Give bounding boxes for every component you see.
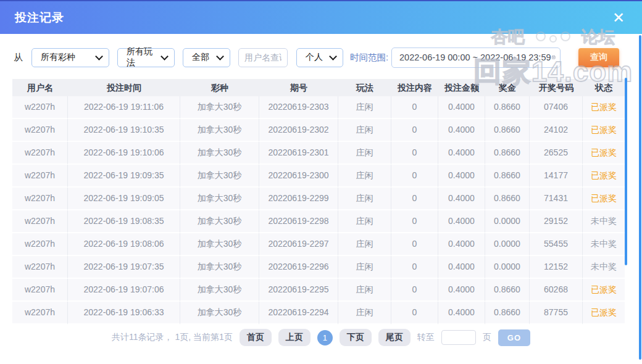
page-title: 投注记录 — [15, 10, 64, 26]
table-row: w2207h2022-06-19 19:06:33加拿大30秒20220619-… — [12, 302, 625, 325]
table-cell-lottery: 加拿大30秒 — [180, 233, 259, 256]
prev-page-button[interactable]: 上页 — [278, 329, 311, 346]
table-cell-prize: 0.8660 — [485, 96, 530, 119]
table-cell-play: 庄闲 — [338, 210, 391, 233]
table-cell-content: 0 — [391, 256, 438, 279]
table-cell-prize: 0.0000 — [485, 233, 530, 256]
filter-bar: 从 所有彩种 所有玩法 全部 个人 时间范围: 2022-06-19 00:00… — [14, 48, 619, 67]
chevron-down-icon — [329, 52, 337, 60]
table-cell-amount: 0.4000 — [438, 142, 485, 165]
table-cell-status: 已派奖 — [583, 96, 625, 119]
table-cell-status: 未中奖 — [583, 210, 625, 233]
close-icon[interactable]: ✕ — [612, 10, 625, 25]
table-cell-user: w2207h — [12, 233, 68, 256]
goto-label: 转至 — [417, 332, 435, 343]
table-cell-numbers: 55455 — [530, 233, 583, 256]
table-cell-issue: 20220619-2301 — [259, 142, 338, 165]
username-search-input[interactable] — [238, 48, 288, 67]
table-cell-prize: 0.0000 — [485, 210, 530, 233]
table-cell-status: 已派奖 — [583, 188, 625, 210]
table-cell-user: w2207h — [12, 119, 68, 142]
table-cell-lottery: 加拿大30秒 — [180, 256, 259, 279]
last-page-button[interactable]: 尾页 — [378, 329, 411, 346]
table-row: w2207h2022-06-19 19:08:06加拿大30秒20220619-… — [12, 233, 625, 256]
scope-select[interactable]: 个人 — [296, 48, 343, 67]
time-range-label: 时间范围: — [350, 52, 388, 64]
status-filter-select[interactable]: 全部 — [183, 48, 230, 67]
time-range-input[interactable]: 2022-06-19 00:00 ~ 2022-06-19 23:59 — [391, 48, 561, 68]
table-cell-amount: 0.4000 — [438, 256, 485, 279]
table-cell-time: 2022-06-19 19:10:35 — [68, 119, 180, 142]
table-cell-numbers: 12152 — [530, 256, 583, 279]
table-cell-time: 2022-06-19 19:07:35 — [68, 256, 180, 279]
chevron-down-icon — [95, 52, 103, 60]
table-cell-amount: 0.4000 — [438, 233, 485, 256]
table-cell-time: 2022-06-19 19:08:35 — [68, 210, 180, 233]
table-cell-numbers: 14177 — [530, 165, 583, 188]
table-header-cell: 投注时间 — [68, 79, 180, 96]
next-page-button[interactable]: 下页 — [340, 329, 372, 346]
table-cell-play: 庄闲 — [338, 165, 391, 188]
table-scrollbar-thumb[interactable] — [625, 78, 627, 265]
table-header-cell: 状态 — [583, 79, 625, 96]
table-cell-play: 庄闲 — [338, 142, 391, 165]
table-row: w2207h2022-06-19 19:08:35加拿大30秒20220619-… — [12, 210, 625, 233]
goto-page-input[interactable] — [441, 330, 476, 345]
betting-records-modal: 投注记录 ✕ 从 所有彩种 所有玩法 全部 个人 时间范围: 2022-06-1… — [0, 0, 642, 364]
table-cell-status: 已派奖 — [583, 142, 625, 165]
table-cell-user: w2207h — [12, 96, 68, 119]
table-row: w2207h2022-06-19 19:07:35加拿大30秒20220619-… — [12, 256, 625, 279]
table-body: w2207h2022-06-19 19:11:06加拿大30秒20220619-… — [12, 96, 625, 325]
table-cell-numbers: 26525 — [530, 142, 583, 165]
table-row: w2207h2022-06-19 19:09:35加拿大30秒20220619-… — [12, 165, 625, 188]
table-cell-content: 0 — [391, 142, 438, 165]
table-cell-numbers: 71431 — [530, 188, 583, 210]
calendar-icon[interactable] — [551, 51, 556, 64]
table-cell-numbers: 07406 — [530, 96, 583, 119]
table-header-cell: 用户名 — [12, 79, 68, 96]
table-row: w2207h2022-06-19 19:07:06加拿大30秒20220619-… — [12, 279, 625, 302]
table-cell-issue: 20220619-2294 — [259, 302, 338, 325]
table-cell-status: 已派奖 — [583, 279, 625, 302]
table-cell-numbers: 29152 — [530, 210, 583, 233]
status-filter-value: 全部 — [192, 52, 209, 63]
table-cell-play: 庄闲 — [338, 302, 391, 325]
table-cell-user: w2207h — [12, 302, 68, 325]
table-cell-time: 2022-06-19 19:07:06 — [68, 279, 180, 302]
table-cell-play: 庄闲 — [338, 96, 391, 119]
table-cell-content: 0 — [391, 96, 438, 119]
query-button[interactable]: 查询 — [578, 48, 619, 67]
table-header-cell: 开奖号码 — [530, 79, 583, 96]
table-cell-user: w2207h — [12, 210, 68, 233]
go-button[interactable]: GO — [498, 329, 530, 346]
modal-header: 投注记录 ✕ — [0, 0, 642, 34]
record-count-summary: 共计11条记录， 1页, 当前第1页 — [112, 332, 233, 343]
table-cell-prize: 0.0000 — [485, 256, 530, 279]
from-label: 从 — [14, 52, 23, 64]
table-row: w2207h2022-06-19 19:11:06加拿大30秒20220619-… — [12, 96, 625, 119]
table-cell-play: 庄闲 — [338, 188, 391, 210]
table-cell-prize: 0.8660 — [485, 119, 530, 142]
time-range-value: 2022-06-19 00:00 ~ 2022-06-19 23:59 — [399, 52, 551, 62]
table-cell-content: 0 — [391, 119, 438, 142]
table-cell-time: 2022-06-19 19:08:06 — [68, 233, 180, 256]
first-page-button[interactable]: 首页 — [240, 329, 272, 346]
table-cell-status: 已派奖 — [583, 119, 625, 142]
table-cell-issue: 20220619-2298 — [259, 210, 338, 233]
table-cell-time: 2022-06-19 19:11:06 — [68, 96, 180, 119]
table-cell-prize: 0.8660 — [485, 142, 530, 165]
play-type-value: 所有玩法 — [127, 46, 157, 68]
table-cell-issue: 20220619-2296 — [259, 256, 338, 279]
table-cell-amount: 0.4000 — [438, 279, 485, 302]
lottery-type-select[interactable]: 所有彩种 — [31, 48, 109, 67]
table-cell-status: 已派奖 — [583, 165, 625, 188]
table-cell-issue: 20220619-2295 — [259, 279, 338, 302]
table-header-row: 用户名投注时间彩种期号玩法投注内容投注金额奖金开奖号码状态 — [12, 79, 625, 96]
table-header-cell: 彩种 — [180, 79, 259, 96]
play-type-select[interactable]: 所有玩法 — [117, 48, 175, 67]
page-scrollbar-thumb[interactable] — [639, 35, 641, 360]
table-cell-lottery: 加拿大30秒 — [180, 188, 259, 210]
table-cell-issue: 20220619-2297 — [259, 233, 338, 256]
table-cell-user: w2207h — [12, 256, 68, 279]
table-cell-user: w2207h — [12, 188, 68, 210]
